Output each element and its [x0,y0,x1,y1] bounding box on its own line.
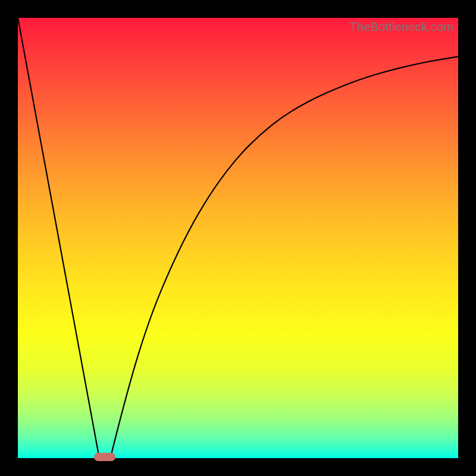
bottleneck-curve [18,18,458,458]
curve-left-branch [18,18,99,458]
plot-area: TheBottleneck.com [18,18,458,458]
optimum-marker [94,453,115,461]
chart-frame: TheBottleneck.com [0,0,476,476]
curve-right-branch [110,57,458,458]
